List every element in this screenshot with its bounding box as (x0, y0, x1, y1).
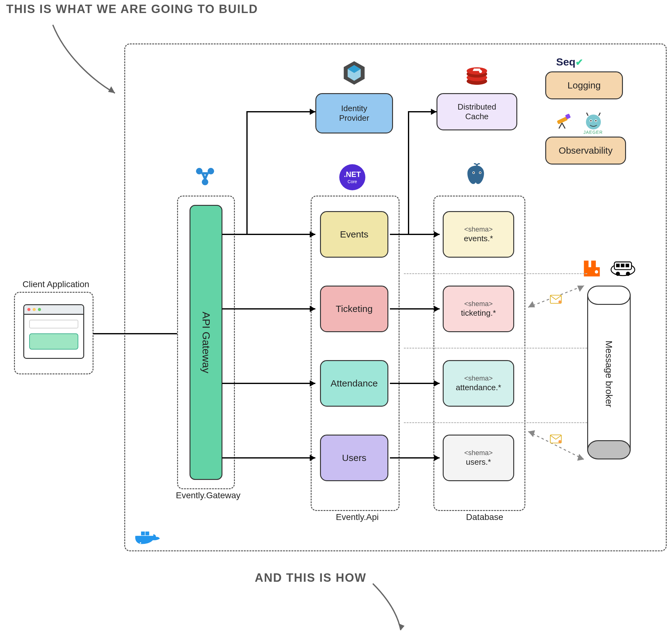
module-ticketing: Ticketing (320, 286, 388, 332)
browser-window-icon (23, 304, 84, 359)
postgres-icon (463, 161, 491, 189)
module-users: Users (320, 435, 388, 481)
message-broker-label: Message broker (604, 341, 614, 407)
svg-point-36 (595, 270, 598, 273)
arrow-gw-users (222, 453, 321, 462)
svg-rect-5 (145, 531, 149, 535)
api-gateway-label: API Gateway (200, 312, 212, 373)
api-gateway-bar: API Gateway (190, 205, 223, 480)
message-broker-cylinder: Message broker (587, 286, 631, 459)
yarp-icon (193, 165, 217, 189)
client-app-title: Client Application (14, 279, 98, 289)
arrow-decorative-top (47, 19, 121, 99)
svg-point-53 (558, 301, 561, 303)
svg-point-10 (202, 179, 209, 185)
svg-rect-4 (141, 531, 145, 535)
database-caption: Database (454, 512, 516, 522)
svg-rect-41 (626, 263, 629, 267)
dash-arrow-in-bot (525, 429, 590, 466)
arrow-events-db (390, 230, 446, 239)
dash-ticketing-broker (404, 348, 587, 349)
schema-ticketing: <shema> ticketing.* (443, 286, 514, 332)
telescope-icon (553, 110, 575, 132)
module-attendance: Attendance (320, 360, 388, 407)
dash-events-broker (404, 273, 587, 274)
svg-point-35 (480, 172, 481, 173)
rabbitmq-icon (581, 258, 603, 279)
arrow-gw-events (222, 230, 321, 239)
dotnet-icon: .NET Core (338, 163, 367, 192)
masstransit-icon (609, 255, 637, 279)
arrow-api-to-cache (390, 93, 446, 239)
jaeger-brand-label: JAEGER (583, 130, 603, 135)
arrow-users-db (390, 453, 446, 462)
svg-point-17 (467, 67, 487, 74)
arrow-gw-attendance (222, 379, 321, 388)
arrow-gw-ticketing (222, 304, 321, 313)
observability-node: Observability (545, 136, 626, 165)
keycloak-icon (340, 59, 368, 87)
redis-icon (464, 63, 489, 89)
svg-rect-39 (616, 263, 619, 267)
svg-point-27 (590, 120, 591, 121)
svg-point-19 (479, 70, 482, 73)
distributed-cache-node: Distributed Cache (437, 93, 517, 130)
dash-attendance-broker (404, 422, 587, 423)
svg-line-23 (562, 123, 565, 128)
envelope-icon (550, 295, 562, 304)
envelope-icon (550, 435, 562, 443)
svg-point-55 (558, 440, 561, 443)
module-events: Events (320, 211, 388, 258)
svg-text:Core: Core (348, 179, 357, 184)
seq-tick-icon: ✔ (576, 57, 583, 67)
schema-attendance: <shema> attendance.* (443, 360, 514, 407)
seq-brand-label: Seq✔ (556, 56, 583, 68)
schema-events: <shema> events.* (443, 211, 514, 258)
identity-provider-node: Identity Provider (315, 93, 393, 133)
svg-point-43 (626, 272, 630, 276)
caption-bottom: AND THIS IS HOW (255, 571, 366, 584)
svg-point-24 (586, 114, 601, 129)
arrow-client-to-gateway (93, 328, 190, 340)
evently-api-caption: Evently.Api (323, 512, 391, 522)
svg-text:.NET: .NET (344, 170, 361, 179)
arrow-ticketing-db (390, 304, 446, 313)
arrow-gateway-to-identity (222, 93, 321, 239)
arrow-decorative-bottom (370, 581, 432, 633)
gateway-caption: Evently.Gateway (173, 490, 244, 500)
svg-point-34 (473, 172, 474, 173)
svg-point-42 (616, 272, 620, 276)
logging-node: Logging (545, 71, 623, 99)
docker-icon (134, 528, 162, 549)
schema-users: <shema> users.* (443, 435, 514, 481)
svg-rect-40 (621, 263, 624, 267)
arrow-attendance-db (390, 379, 446, 388)
svg-point-6 (140, 542, 141, 544)
caption-top: THIS IS WHAT WE ARE GOING TO BUILD (6, 2, 258, 16)
diagram-canvas: THIS IS WHAT WE ARE GOING TO BUILD Clien… (0, 0, 672, 637)
svg-point-28 (595, 120, 597, 121)
